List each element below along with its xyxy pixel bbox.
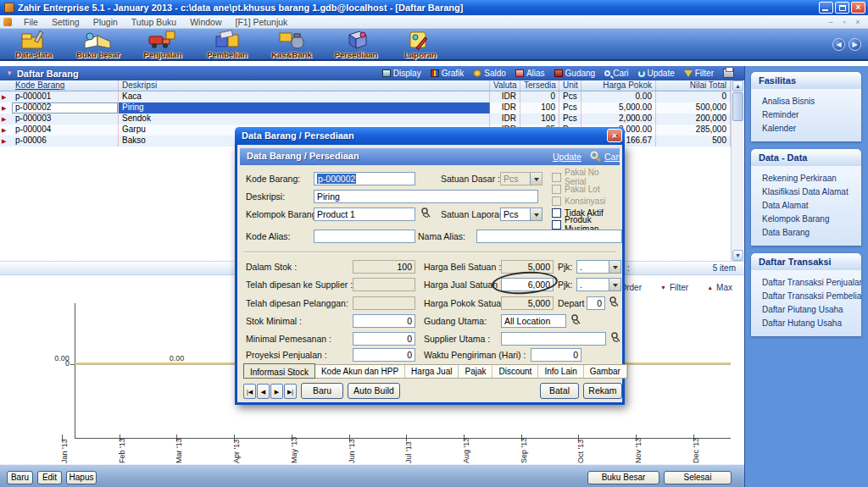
satuan-laporan-select[interactable]: Pcs: [500, 208, 542, 221]
column-deskripsi[interactable]: Deskripsi: [119, 80, 490, 91]
record-first-button[interactable]: |◀: [243, 384, 256, 399]
table-scrollbar[interactable]: ▲ ▼: [731, 80, 743, 261]
stok-minimal-field[interactable]: 0: [353, 314, 415, 328]
tab-kode-akun-dan-hpp[interactable]: Kode Akun dan HPP: [315, 365, 405, 378]
column-kode-barang[interactable]: Kode Barang: [12, 80, 119, 91]
section-collapse-icon[interactable]: ▼: [6, 69, 13, 77]
sidebar-item-analisa-bisnis[interactable]: Analisa Bisnis: [762, 94, 858, 108]
tab-info-lain[interactable]: Info Lain: [538, 365, 583, 378]
kode-alias-field[interactable]: [314, 230, 415, 243]
harga-jual-field[interactable]: 6,000: [501, 278, 554, 291]
menu-plugin[interactable]: Plugin: [86, 17, 125, 27]
update-link[interactable]: Update: [553, 152, 581, 162]
toolbar-data-data[interactable]: Data-data: [2, 30, 66, 59]
proyeksi-penjualan-field[interactable]: 0: [353, 348, 415, 362]
minimize-button[interactable]: [819, 2, 833, 14]
buku-besar-button[interactable]: Buku Besar: [587, 471, 659, 484]
deskripsi-field[interactable]: Piring: [314, 190, 538, 203]
column-harga-pokok[interactable]: Harga Pokok: [581, 80, 656, 91]
rekam-button[interactable]: Rekam: [583, 383, 622, 399]
table-row[interactable]: ▶ p-000001 Kaca IDR 0 Pcs 0.00 0: [0, 91, 731, 102]
restore-button[interactable]: [835, 2, 849, 14]
gudang-button[interactable]: Gudang: [554, 69, 596, 78]
mdi-restore-button[interactable]: ▫: [839, 18, 849, 26]
menu-tutup-buku[interactable]: Tutup Buku: [125, 17, 183, 27]
sidebar-item-daftar-transaksi-pembelian[interactable]: Daftar Transaksi Pembelian: [762, 289, 858, 302]
tab-discount[interactable]: Discount: [492, 365, 538, 378]
pjk1-select[interactable]: .: [576, 260, 621, 274]
auto-build-button[interactable]: Auto Build: [348, 383, 400, 399]
sidebar-item-daftar-transaksi-penjualan[interactable]: Daftar Transaksi Penjualan: [762, 275, 858, 289]
table-row-selected[interactable]: ▶ p-000002 Piring IDR 100 Pcs 5,000.00 5…: [0, 102, 731, 113]
column-nilai-total[interactable]: Nilai Total: [656, 80, 731, 91]
toolbar-penjualan[interactable]: Penjualan: [131, 30, 195, 59]
tab-harga-jual[interactable]: Harga Jual: [405, 365, 459, 378]
checkbox-produk-musiman[interactable]: Produk Musiman: [552, 219, 622, 230]
column-tersedia[interactable]: Tersedia: [520, 80, 559, 91]
saldo-button[interactable]: Saldo: [473, 69, 506, 78]
scroll-up-icon[interactable]: ▲: [732, 80, 743, 91]
grafik-button[interactable]: Grafik: [431, 69, 465, 78]
cari-button[interactable]: Cari: [604, 69, 628, 78]
scroll-down-icon[interactable]: ▼: [732, 250, 743, 261]
lookup-icon[interactable]: [570, 313, 581, 326]
batal-button[interactable]: Batal: [540, 383, 579, 399]
baru-dialog-button[interactable]: Baru: [301, 383, 343, 399]
cari-link[interactable]: Cari: [604, 152, 620, 162]
toolbar-buku-besar[interactable]: Buku besar: [66, 30, 131, 59]
tab-gambar[interactable]: Gambar: [584, 365, 627, 378]
column-valuta[interactable]: Valuta: [490, 80, 520, 91]
tab-informasi-stock[interactable]: Informasi Stock: [243, 363, 315, 379]
mdi-close-button[interactable]: ×: [853, 18, 863, 26]
selesai-button[interactable]: Selesai: [664, 471, 732, 484]
sidebar-item-data-alamat[interactable]: Data Alamat: [762, 198, 858, 212]
scrollbar-thumb[interactable]: [732, 92, 743, 121]
pjk2-select[interactable]: .: [576, 278, 621, 291]
kode-barang-field[interactable]: p-000002: [314, 172, 415, 185]
hapus-button[interactable]: Hapus: [66, 471, 97, 484]
supplier-utama-field[interactable]: [501, 332, 606, 346]
baru-button[interactable]: Baru: [7, 471, 33, 484]
sidebar-item-kalender[interactable]: Kalender: [762, 121, 858, 135]
depart-field[interactable]: 0: [587, 296, 605, 310]
filter-button-2[interactable]: ▼Filter: [660, 283, 688, 292]
table-row[interactable]: ▶ p-000003 Sendok IDR 100 Pcs 2,000.00 2…: [0, 113, 731, 125]
sidebar-item-rekening-perkiraan[interactable]: Rekening Perkiraan: [762, 171, 858, 185]
update-button[interactable]: Update: [638, 69, 675, 78]
print-icon[interactable]: [723, 69, 734, 78]
column-unit[interactable]: Unit: [559, 80, 581, 91]
nav-back-button[interactable]: ◀: [832, 38, 845, 51]
record-last-button[interactable]: ▶|: [284, 384, 297, 399]
menu-window[interactable]: Window: [183, 17, 228, 27]
menu-setting[interactable]: Setting: [45, 17, 86, 27]
edit-button[interactable]: Edit: [37, 471, 62, 484]
record-prev-button[interactable]: ◀: [257, 384, 270, 399]
lookup-icon[interactable]: [420, 207, 431, 219]
menu-file[interactable]: File: [17, 17, 45, 27]
sidebar-item-kelompok-barang[interactable]: Kelompok Barang: [762, 212, 858, 225]
max-button[interactable]: ▲Max: [707, 283, 732, 292]
minimal-pemesanan-field[interactable]: 0: [353, 332, 415, 346]
dialog-close-button[interactable]: ×: [607, 129, 622, 142]
mdi-minimize-button[interactable]: –: [826, 18, 836, 26]
sidebar-item-reminder[interactable]: Reminder: [762, 108, 858, 121]
kelompok-barang-field[interactable]: Product 1: [314, 208, 415, 221]
menu-petunjuk[interactable]: [F1] Petunjuk: [229, 17, 295, 27]
sidebar-item-daftar-hutang-usaha[interactable]: Daftar Hutang Usaha: [762, 316, 858, 329]
sidebar-item-daftar-piutang-usaha[interactable]: Daftar Piutang Usaha: [762, 302, 858, 316]
nav-forward-button[interactable]: ▶: [849, 38, 861, 51]
toolbar-persediaan[interactable]: Persediaan: [324, 30, 388, 59]
display-button[interactable]: Display: [382, 69, 421, 78]
lookup-icon[interactable]: [610, 331, 621, 344]
toolbar-kas-bank[interactable]: Kas&Bank: [259, 30, 324, 59]
sidebar-item-klasifikasi-data-alamat[interactable]: Klasifikasi Data Alamat: [762, 185, 858, 198]
close-button[interactable]: ×: [851, 2, 865, 14]
lookup-icon[interactable]: [609, 296, 620, 308]
nama-alias-field[interactable]: [476, 230, 622, 243]
toolbar-laporan[interactable]: Laporan: [388, 30, 453, 59]
record-next-button[interactable]: ▶: [270, 384, 283, 399]
sidebar-item-data-barang[interactable]: Data Barang: [762, 225, 858, 239]
waktu-pengiriman-field[interactable]: 0: [531, 348, 581, 362]
toolbar-pembelian[interactable]: Pembelian: [195, 30, 259, 59]
filter-button[interactable]: Filter: [684, 69, 714, 78]
